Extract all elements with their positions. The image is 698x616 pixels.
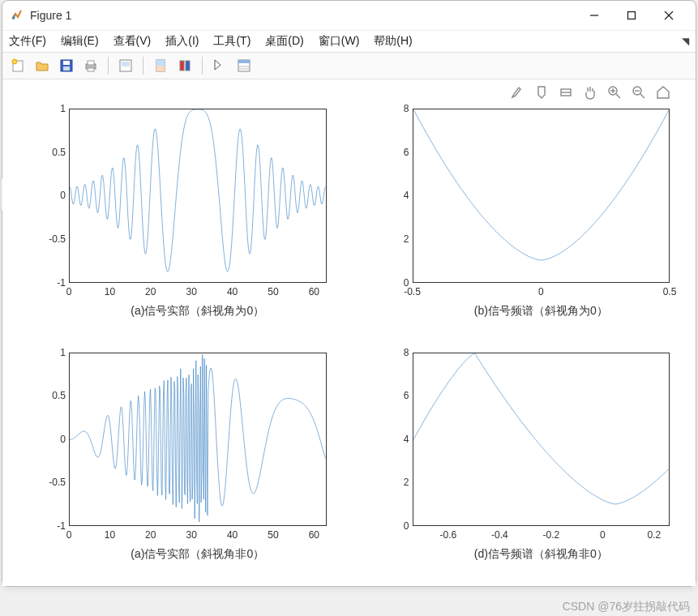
menu-desktop[interactable]: 桌面(D) (265, 34, 303, 49)
menu-tools[interactable]: 工具(T) (213, 34, 251, 49)
axes-box[interactable] (69, 109, 327, 283)
x-axis-label: (a)信号实部（斜视角为0） (69, 304, 327, 319)
y-tick-label: 6 (370, 390, 409, 401)
axes-box[interactable] (413, 353, 670, 527)
toolbar-separator (143, 57, 143, 75)
edit-plot-button[interactable] (209, 55, 230, 76)
dock-arrow-icon[interactable]: ◥ (682, 36, 689, 47)
y-tick-label: 0 (370, 520, 409, 532)
rotate-icon[interactable] (558, 84, 574, 104)
axes-box[interactable] (413, 109, 670, 283)
matlab-logo-icon (11, 9, 24, 22)
toolbar-separator (202, 57, 203, 75)
x-tick-label: 40 (227, 529, 238, 541)
figure-window: Figure 1 文件(F) 编辑(E) 查看(V) 插入(I) 工具(T) 桌… (2, 0, 696, 587)
subplot-3: -1-0.500.510102030405060(a)信号实部（斜视角非0） (22, 353, 333, 572)
svg-line-30 (640, 94, 644, 98)
svg-rect-10 (88, 61, 94, 65)
menu-insert[interactable]: 插入(I) (165, 34, 199, 49)
y-tick-label: -1 (27, 277, 66, 289)
open-button[interactable] (32, 55, 53, 76)
x-tick-label: 50 (268, 529, 278, 541)
svg-rect-15 (156, 60, 165, 66)
subplot-4: 02468-0.6-0.4-0.200.2(d)信号频谱（斜视角非0） (366, 353, 677, 572)
menu-edit[interactable]: 编辑(E) (61, 34, 99, 49)
svg-rect-1 (628, 12, 636, 19)
x-tick-label: 0 (66, 529, 72, 541)
x-tick-label: 40 (227, 286, 238, 297)
menu-window[interactable]: 窗口(W) (319, 34, 360, 49)
y-tick-label: 8 (370, 347, 409, 358)
y-tick-label: 4 (370, 190, 409, 201)
link-plot-button[interactable] (150, 55, 171, 76)
axes-toolbar (509, 84, 671, 104)
y-tick-label: 4 (370, 434, 409, 445)
x-axis-label: (a)信号实部（斜视角非0） (69, 547, 327, 562)
y-tick-label: -1 (27, 520, 66, 532)
svg-rect-18 (186, 61, 190, 71)
svg-rect-11 (88, 68, 94, 71)
x-tick-label: 20 (145, 286, 156, 297)
zoom-in-icon[interactable] (606, 84, 623, 104)
toolbar (2, 52, 696, 79)
y-tick-label: 2 (370, 477, 409, 488)
x-tick-label: 50 (268, 286, 278, 297)
svg-line-26 (616, 94, 620, 98)
menu-view[interactable]: 查看(V) (113, 34, 152, 49)
svg-rect-16 (156, 66, 165, 71)
toolbar-separator (108, 57, 109, 75)
maximize-button[interactable] (613, 3, 650, 28)
plot-line (413, 109, 670, 282)
x-tick-label: 0.5 (663, 286, 677, 297)
menu-help[interactable]: 帮助(H) (374, 34, 412, 49)
x-tick-label: -0.2 (543, 529, 560, 541)
property-inspector-button[interactable] (233, 55, 255, 76)
print-button[interactable] (80, 55, 101, 76)
x-tick-label: 0.2 (648, 529, 662, 541)
colorbar-button[interactable] (174, 55, 195, 76)
y-tick-label: 0.5 (27, 390, 66, 401)
y-tick-label: 8 (370, 103, 409, 114)
y-tick-label: 1 (27, 103, 66, 114)
zoom-out-icon[interactable] (631, 84, 647, 104)
new-figure-button[interactable] (7, 55, 28, 76)
y-tick-label: 1 (27, 347, 66, 358)
subplot-2: 02468-0.500.5(b)信号频谱（斜视角为0） (366, 109, 677, 328)
datatip-icon[interactable] (533, 84, 550, 104)
y-tick-label: -0.5 (27, 477, 66, 488)
x-tick-label: 60 (309, 529, 319, 541)
window-title: Figure 1 (30, 9, 576, 22)
axes-box[interactable] (69, 353, 327, 527)
brush-icon[interactable] (509, 84, 525, 104)
menu-file[interactable]: 文件(F) (9, 34, 46, 49)
close-button[interactable] (650, 3, 687, 28)
x-tick-label: -0.5 (404, 286, 421, 297)
subplot-1: -1-0.500.510102030405060(a)信号实部（斜视角为0） (22, 109, 333, 328)
restore-view-icon[interactable] (655, 84, 671, 104)
pan-icon[interactable] (582, 84, 598, 104)
y-tick-label: 6 (370, 147, 409, 158)
subplot-grid: -1-0.500.510102030405060(a)信号实部（斜视角为0） 0… (14, 88, 684, 581)
x-tick-label: 0 (538, 286, 544, 297)
svg-rect-7 (63, 61, 70, 65)
x-tick-label: 60 (309, 286, 319, 297)
svg-point-5 (12, 59, 17, 64)
x-tick-label: 10 (105, 529, 115, 541)
y-tick-label: 0 (27, 434, 66, 445)
x-tick-label: -0.6 (440, 529, 457, 541)
x-tick-label: 20 (145, 529, 156, 541)
x-tick-label: 30 (186, 286, 197, 297)
print-preview-button[interactable] (115, 55, 136, 76)
title-bar: Figure 1 (2, 1, 696, 30)
save-button[interactable] (56, 55, 77, 76)
watermark-text: CSDN @76岁拄拐敲代码 (563, 600, 690, 614)
svg-rect-13 (122, 62, 130, 66)
y-tick-label: -0.5 (27, 233, 66, 245)
x-tick-label: 0 (600, 529, 606, 541)
x-tick-label: 0 (66, 286, 72, 297)
x-tick-label: -0.4 (491, 529, 508, 541)
svg-rect-17 (180, 61, 184, 71)
figure-canvas: -1-0.500.510102030405060(a)信号实部（斜视角为0） 0… (2, 79, 696, 586)
minimize-button[interactable] (576, 3, 613, 28)
x-axis-label: (b)信号频谱（斜视角为0） (413, 304, 670, 319)
